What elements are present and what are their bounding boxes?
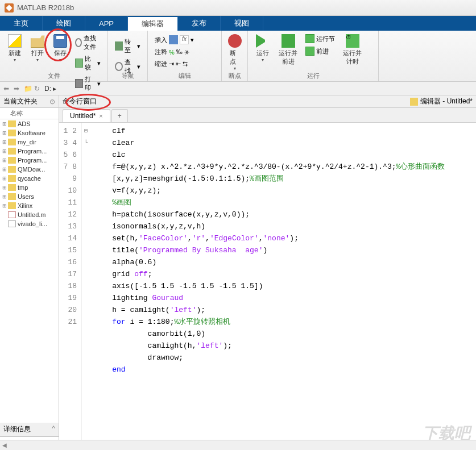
- file-item[interactable]: ⊞Program...: [0, 147, 59, 156]
- file-item[interactable]: ⊞tmp: [0, 183, 59, 192]
- command-window-label[interactable]: 命令行窗口: [63, 97, 97, 106]
- editor-tabbar: Untitled* × +: [59, 108, 476, 123]
- group-label-run: 运行: [248, 72, 378, 80]
- group-label-file: 文件: [0, 72, 107, 80]
- findfiles-button[interactable]: 查找文件: [73, 33, 103, 52]
- open-button[interactable]: 打开▾: [27, 33, 48, 93]
- advance-button[interactable]: 前进: [303, 45, 337, 57]
- sidebar-current-folder: 当前文件夹 ⊙ 名称 ⊞ADS⊞Ksoftware⊞my_dir⊞Program…: [0, 95, 59, 450]
- sidebar-header: 当前文件夹 ⊙: [0, 95, 59, 108]
- goto-button[interactable]: 转至 ▾: [113, 36, 143, 56]
- titlebar: MATLAB R2018b: [0, 0, 476, 16]
- menu-tab-5[interactable]: 视图: [221, 16, 263, 31]
- toolbar-ribbon: 新建▾ 打开▾ 保存▾ 查找文件 比较 ▾ 打印 ▾ 文件 转至 ▾ 查找 ▾ …: [0, 31, 476, 82]
- group-label-bp: 断点: [222, 72, 247, 80]
- breakpoints-button[interactable]: 断点▾: [226, 33, 243, 72]
- main-header: 命令行窗口 编辑器 - Untitled*: [59, 95, 476, 108]
- sidebar-menu-icon[interactable]: ⊙: [49, 98, 55, 106]
- run-button[interactable]: 运行▾: [253, 33, 273, 67]
- code-editor[interactable]: 1 2 3 4 5 6 7 8 9 10 11 12 13 14 15 16 1…: [59, 123, 476, 450]
- file-item[interactable]: ⊞Xilinx: [0, 201, 59, 210]
- file-item[interactable]: ⊞Program...: [0, 156, 59, 165]
- run-time-button[interactable]: 运行并 计时: [340, 33, 365, 67]
- file-item[interactable]: Untitled.m: [0, 210, 59, 219]
- editor-panel: 命令行窗口 编辑器 - Untitled* Untitled* × + 1 2 …: [59, 95, 476, 450]
- fold-column[interactable]: ⊟ └: [82, 123, 90, 450]
- menu-tab-1[interactable]: 绘图: [43, 16, 85, 31]
- group-label-nav: 导航: [108, 72, 147, 80]
- save-button[interactable]: 保存▾: [50, 33, 71, 93]
- file-item[interactable]: ⊞QMDow...: [0, 165, 59, 174]
- indent-button[interactable]: 缩进 ⇥ ⇤ ⇆: [152, 59, 217, 69]
- insert-button[interactable]: 插入 fx ▾: [152, 34, 217, 45]
- menu-tab-3[interactable]: 编辑器: [128, 16, 178, 31]
- menu-tab-2[interactable]: APP: [85, 16, 128, 31]
- matlab-logo-icon: [5, 3, 14, 13]
- scroll-left-icon[interactable]: ◀: [2, 442, 7, 448]
- file-item[interactable]: vivado_li...: [0, 219, 59, 228]
- titlebar-text: MATLAB R2018b: [17, 3, 74, 12]
- new-button[interactable]: 新建▾: [5, 33, 25, 93]
- tab-untitled[interactable]: Untitled* ×: [63, 109, 110, 122]
- compare-button[interactable]: 比较 ▾: [73, 53, 103, 73]
- menu-tab-0[interactable]: 主页: [0, 16, 43, 31]
- comment-button[interactable]: 注释 % ‰ ⚹: [152, 47, 217, 57]
- group-label-edit: 编辑: [148, 72, 221, 80]
- collapse-icon[interactable]: ^: [52, 424, 55, 434]
- file-item[interactable]: ⊞qycache: [0, 174, 59, 183]
- file-item[interactable]: ⊞Users: [0, 192, 59, 201]
- add-tab-button[interactable]: +: [111, 109, 128, 122]
- statusbar: ◀: [0, 440, 476, 450]
- code-area[interactable]: clf clear clc f=@(x,y,z) x.^2.*z.^3+9*y.…: [90, 123, 476, 450]
- editor-title: 编辑器 - Untitled*: [420, 97, 473, 106]
- run-section-button[interactable]: 运行节: [303, 33, 337, 44]
- sidebar-column-header[interactable]: 名称: [0, 108, 59, 119]
- menubar: 主页绘图APP编辑器发布视图: [0, 16, 476, 31]
- file-item[interactable]: ⊞my_dir: [0, 138, 59, 147]
- close-tab-icon[interactable]: ×: [99, 113, 102, 119]
- editor-doc-icon: [410, 98, 418, 106]
- file-item[interactable]: ⊞Ksoftware: [0, 128, 59, 138]
- file-item[interactable]: ⊞ADS: [0, 119, 59, 128]
- sidebar-detail-header: 详细信息 ^: [0, 423, 59, 436]
- line-gutter: 1 2 3 4 5 6 7 8 9 10 11 12 13 14 15 16 1…: [59, 123, 82, 450]
- menu-tab-4[interactable]: 发布: [178, 16, 221, 31]
- run-advance-button[interactable]: 运行并 前进: [275, 33, 301, 67]
